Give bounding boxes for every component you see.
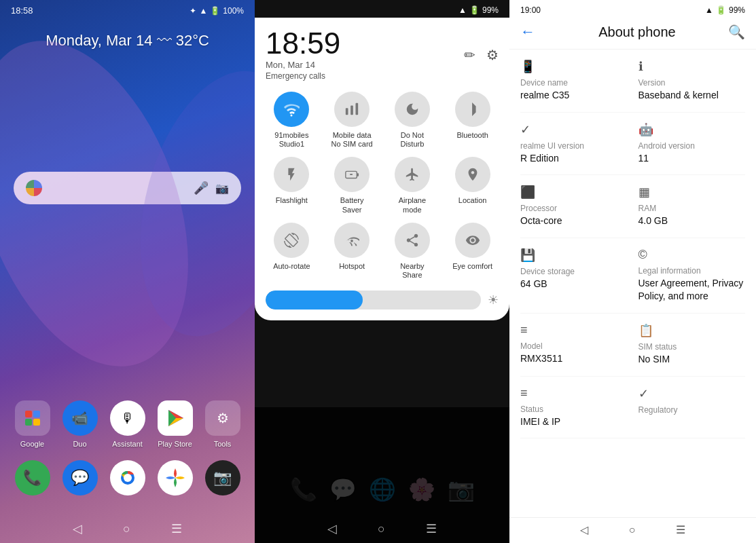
app-assistant[interactable]: 🎙 Assistant [110,400,145,448]
brightness-control[interactable]: ☀ [266,291,499,310]
hotspot-tile-icon [334,223,370,258]
qs-tile-eye-comfort[interactable]: Eye comfort [446,223,499,280]
recents-button[interactable]: ☰ [426,521,437,536]
device-name-value: realme C35 [520,89,628,102]
nearby-share-tile-icon [395,223,430,258]
brightness-max-icon: ☀ [488,293,499,307]
bluetooth-icon: ✦ [190,6,196,16]
about-item-version[interactable]: ℹ Version Baseband & kernel [638,59,746,102]
phone1-time: 18:58 [11,5,33,16]
qs-tile-wifi[interactable]: 91mobilesStudio1 [266,92,318,149]
wifi-tile-label: 91mobilesStudio1 [274,131,308,149]
status-icon: ≡ [520,386,628,400]
about-item-processor[interactable]: ⬛ Processor Octa-core [520,185,628,228]
back-button[interactable]: ◁ [580,523,588,536]
qs-tile-dnd[interactable]: Do NotDisturb [386,92,439,149]
wifi-icon: ▲ [705,5,713,15]
battery-icon: 🔋 [469,5,480,15]
wifi-icon: ▲ [199,6,207,16]
status-label: Status [520,405,628,414]
lens-icon[interactable]: 📷 [215,182,229,195]
phone3-about-phone: 19:00 ▲ 🔋 99% ← About phone 🔍 📱 Device n… [509,0,756,543]
search-bar[interactable]: 🎤 📷 [14,172,241,204]
app-tools[interactable]: ⚙ Tools [205,400,240,448]
qs-tile-hotspot[interactable]: Hotspot [326,223,378,280]
app-duo[interactable]: 📹 Duo [62,400,98,448]
home-button[interactable]: ○ [123,522,130,536]
dock-photos[interactable] [158,460,193,495]
about-row-model-sim: ≡ Model RMX3511 📋 SIM status No SIM [520,314,745,377]
recents-button[interactable]: ☰ [676,523,685,536]
settings-icon[interactable]: ⚙ [486,47,499,63]
bluetooth-tile-label: Bluetooth [456,131,488,140]
location-tile-label: Location [458,196,487,205]
assistant-app-label: Assistant [112,440,143,448]
phone1-dock: 📞 💬 [0,460,255,495]
processor-value: Octa-core [520,214,628,228]
home-button[interactable]: ○ [378,522,385,536]
app-google[interactable]: Google [15,400,50,448]
nearby-share-tile-label: NearbyShare [400,262,424,280]
about-item-device-name[interactable]: 📱 Device name realme C35 [520,59,628,102]
qs-tile-battery-saver[interactable]: BatterySaver [326,157,378,214]
home-button[interactable]: ○ [629,524,636,536]
qs-tile-nearby-share[interactable]: NearbyShare [386,223,439,280]
qs-tile-airplane[interactable]: Airplanemode [386,157,439,214]
google-app-label: Google [20,440,44,448]
search-button[interactable]: 🔍 [728,24,745,40]
dock-messages[interactable]: 💬 [62,460,98,495]
dock-chrome[interactable] [110,460,145,495]
airplane-tile-label: Airplanemode [399,196,426,214]
version-value: Baseband & kernel [638,89,746,102]
about-item-ram[interactable]: ▦ RAM 4.0 GB [638,185,746,228]
google-logo [26,180,42,196]
auto-rotate-tile-icon [274,223,309,258]
about-row-device-version: 📱 Device name realme C35 ℹ Version Baseb… [520,50,745,113]
brightness-fill [266,291,363,310]
about-item-status[interactable]: ≡ Status IMEI & IP [520,386,628,429]
about-item-model[interactable]: ≡ Model RMX3511 [520,323,628,367]
phone1-status-bar: 18:58 ✦ ▲ 🔋 100% [0,0,255,18]
battery-percent: 100% [223,6,244,16]
about-item-sim[interactable]: 📋 SIM status No SIM [638,323,746,367]
dock-phone[interactable]: 📞 [15,460,50,495]
about-item-legal[interactable]: © Legal information User Agreement, Priv… [638,248,746,303]
dnd-tile-icon [395,92,430,127]
regulatory-icon: ✓ [638,386,746,401]
about-item-realme-ui[interactable]: ✓ realme UI version R Edition [520,122,628,166]
dock-camera[interactable]: 📷 [205,460,240,495]
qs-tile-grid: 91mobilesStudio1 Mobile dataNo SIM card [266,92,499,280]
assistant-app-icon: 🎙 [110,400,145,436]
back-button[interactable]: ◁ [73,521,82,536]
tools-app-icon: ⚙ [205,400,240,436]
recents-button[interactable]: ☰ [171,521,182,536]
qs-tile-bluetooth[interactable]: Bluetooth [446,92,499,149]
qs-tile-mobile-data[interactable]: Mobile dataNo SIM card [326,92,378,149]
model-value: RMX3511 [520,352,628,366]
battery-percent: 99% [729,5,745,15]
qs-time-section: 18:59 Mon, Mar 14 Emergency calls [266,29,340,81]
page-title: About phone [546,24,728,40]
phone3-nav-bar: ◁ ○ ☰ [509,517,756,536]
about-item-android[interactable]: 🤖 Android version 11 [638,122,746,166]
legal-label: Legal information [638,266,746,276]
android-icon: 🤖 [638,122,746,137]
qs-tile-flashlight[interactable]: Flashlight [266,157,318,214]
back-button[interactable]: ◁ [327,521,337,536]
about-item-regulatory[interactable]: ✓ Regulatory [638,386,746,429]
microphone-icon[interactable]: 🎤 [194,181,209,195]
sim-label: SIM status [638,342,746,352]
wifi-icon: ▲ [458,5,467,15]
phone2-status-icons: ▲ 🔋 99% [458,5,499,15]
qs-tile-auto-rotate[interactable]: Auto-rotate [266,223,318,280]
edit-icon[interactable]: ✏ [464,47,475,63]
qs-tile-location[interactable]: Location [446,157,499,214]
qs-clock: 18:59 [266,29,340,58]
back-button[interactable]: ← [520,23,535,41]
svg-rect-10 [356,103,359,115]
brightness-slider[interactable] [266,291,481,310]
bluetooth-tile-icon [455,92,490,127]
app-play-store[interactable]: Play Store [158,400,193,448]
eye-comfort-tile-icon [455,223,490,258]
about-item-storage[interactable]: 💾 Device storage 64 GB [520,248,628,303]
